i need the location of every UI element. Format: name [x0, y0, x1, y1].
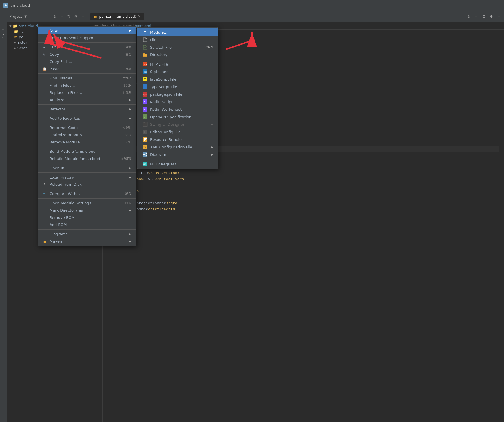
app-icon: A: [3, 3, 8, 8]
menu-item-maven[interactable]: m Maven ▶: [38, 238, 136, 245]
toolbar-list-btn[interactable]: ≡: [59, 14, 64, 19]
submenu-item-editorconfig[interactable]: ⚙ EditorConfig File: [137, 128, 218, 136]
submenu-item-diagram[interactable]: Diagram ▶: [137, 151, 218, 158]
submenu-item-bundle[interactable]: Resource Bundle: [137, 136, 218, 143]
menu-item-cut[interactable]: ✂ Cut ⌘X: [38, 43, 136, 51]
menu-label-analyze: Analyze: [50, 98, 64, 102]
submenu-item-file[interactable]: File: [137, 36, 218, 43]
submenu-divider-2: [137, 159, 218, 159]
split-tool-btn[interactable]: ⊟: [481, 14, 486, 19]
menu-item-optimize-imports[interactable]: Optimize Imports ^⌥O: [38, 131, 136, 139]
submenu-item-module[interactable]: Module...: [137, 28, 218, 36]
submenu-item-directory[interactable]: Directory: [137, 51, 218, 58]
menu-item-remove-bom[interactable]: Remove BOM: [38, 214, 136, 221]
menu-item-add-framework[interactable]: Add Framework Support...: [38, 34, 136, 41]
menu-label-refactor: Refactor: [50, 107, 65, 111]
svg-text:K: K: [144, 101, 145, 103]
list-tool-btn[interactable]: ≡: [474, 14, 479, 19]
submenu-item-openapi[interactable]: ✓ OpenAPI Specification: [137, 113, 218, 121]
tab-bar-tools: ⊕ ≡ ⊟ ⚙ −: [466, 14, 502, 19]
menu-item-paste[interactable]: 📋 Paste ⌘V: [38, 65, 136, 72]
title-bar-text: ams-cloud: [10, 3, 30, 8]
submenu-item-html[interactable]: <> HTML File: [137, 60, 218, 68]
menu-item-copy[interactable]: ⎘ Copy ⌘C: [38, 51, 136, 58]
svg-text:✓: ✓: [144, 116, 145, 119]
submenu-label-http: HTTP Request: [150, 162, 176, 166]
toolbar-globe-btn[interactable]: ⊕: [52, 14, 57, 19]
menu-item-find-in-files[interactable]: Find in Files... ⇧⌘F: [38, 82, 136, 89]
submenu-label-diagram: Diagram: [150, 152, 166, 157]
menu-item-add-favorites[interactable]: Add to Favorites ▶: [38, 115, 136, 122]
submenu-item-ts[interactable]: TS TypeScript File: [137, 83, 218, 90]
menu-item-add-bom[interactable]: Add BOM: [38, 221, 136, 228]
diagrams-icon: ⊞: [43, 232, 48, 236]
submenu-item-kotlin-worksheet[interactable]: K Kotlin Worksheet: [137, 106, 218, 113]
minimize-tool-btn[interactable]: −: [496, 14, 502, 19]
menu-label-local-history: Local History: [50, 175, 74, 179]
menu-divider-8: [38, 172, 136, 173]
svg-rect-22: [144, 138, 147, 139]
svg-text:<>: <>: [144, 63, 147, 66]
tree-arrow: ▼: [9, 24, 12, 28]
svg-rect-30: [146, 155, 147, 156]
submenu-item-swing[interactable]: ⬛ Swing UI Designer ▶: [137, 121, 218, 128]
menu-label-find-in-files: Find in Files...: [50, 83, 75, 88]
submenu-item-npm[interactable]: npm package.json File: [137, 90, 218, 98]
tab-pom-xml[interactable]: m pom.xml (ams-cloud) ✕: [90, 13, 144, 20]
menu-item-copy-path[interactable]: Copy Path...: [38, 58, 136, 65]
submenu-label-openapi: OpenAPI Specification: [150, 115, 191, 119]
svg-text:npm: npm: [143, 94, 147, 96]
submenu-item-css[interactable]: CSS Stylesheet: [137, 68, 218, 75]
menu-item-compare-with[interactable]: ✦ Compare With... ⌘D: [38, 190, 136, 197]
menu-item-mark-directory[interactable]: Mark Directory as ▶: [38, 207, 136, 214]
svg-rect-24: [144, 140, 145, 141]
diagrams-arrow: ▶: [129, 232, 131, 236]
menu-item-diagrams[interactable]: ⊞ Diagrams ▶: [38, 230, 136, 238]
menu-item-build-module[interactable]: Build Module 'ams-cloud': [38, 148, 136, 155]
submenu-label-html: HTML File: [150, 62, 168, 66]
svg-rect-23: [144, 139, 146, 140]
menu-label-paste: Paste: [50, 67, 60, 71]
menu-item-find-usages[interactable]: Find Usages ⌥F7: [38, 74, 136, 82]
menu-label-optimize-imports: Optimize Imports: [50, 133, 82, 137]
menu-item-remove-module[interactable]: Remove Module ⌫: [38, 139, 136, 146]
menu-item-open-in[interactable]: Open In ▶: [38, 164, 136, 172]
menu-divider-9: [38, 189, 136, 189]
menu-item-open-module-settings[interactable]: Open Module Settings ⌘↓: [38, 199, 136, 207]
editorconfig-icon: ⚙: [142, 130, 148, 134]
menu-divider-3: [38, 104, 136, 105]
menu-divider-5: [38, 123, 136, 123]
menu-item-refactor[interactable]: Refactor ▶: [38, 106, 136, 113]
menu-label-copy: Copy: [50, 52, 59, 57]
context-menu: New ▶ Module...: [38, 26, 136, 246]
submenu-new: Module... File: [137, 27, 218, 169]
project-tab-label[interactable]: Project: [1, 28, 5, 39]
menu-item-rebuild-module[interactable]: Rebuild Module 'ams-cloud' ⇧⌘F9: [38, 155, 136, 162]
menu-item-reload-from-disk[interactable]: ↺ Reload from Disk: [38, 181, 136, 188]
submenu-item-scratch[interactable]: Scratch File ⇧⌘N: [137, 43, 218, 51]
project-toolbar: Project ▼ ⊕ ≡ ⇅ ⚙ −: [7, 11, 88, 22]
history-arrow: ▶: [129, 175, 131, 179]
menu-item-local-history[interactable]: Local History ▶: [38, 174, 136, 181]
menu-item-replace-in-files[interactable]: Replace in Files... ⇧⌘R: [38, 89, 136, 96]
submenu-item-http[interactable]: API HTTP Request: [137, 160, 218, 168]
toolbar-sort-btn[interactable]: ⇅: [66, 14, 71, 19]
ts-icon: TS: [142, 84, 148, 89]
gear-tool-btn[interactable]: ⚙: [489, 14, 494, 19]
menu-item-new[interactable]: New ▶ Module...: [38, 27, 136, 34]
submenu-item-kotlin-script[interactable]: K Kotlin Script: [137, 98, 218, 106]
toolbar-gear-btn[interactable]: ⚙: [73, 14, 78, 19]
submenu-item-js[interactable]: JS JavaScript File: [137, 75, 218, 83]
menu-item-reformat[interactable]: Reformat Code ⌥⌘L: [38, 124, 136, 131]
globe-tool-btn[interactable]: ⊕: [466, 14, 471, 19]
submenu-label-module: Module...: [150, 30, 167, 34]
toolbar-dropdown-icon[interactable]: ▼: [24, 15, 27, 18]
tree-arrow: ▶: [14, 46, 16, 50]
menu-item-analyze[interactable]: Analyze ▶: [38, 96, 136, 103]
tab-close-btn[interactable]: ✕: [138, 14, 140, 18]
menu-label-find-usages: Find Usages: [50, 76, 72, 80]
file-icon: [142, 37, 148, 42]
submenu-item-xml-config[interactable]: XML XML Configuration File ▶: [137, 143, 218, 151]
maven-icon: m: [14, 35, 18, 39]
toolbar-minimize-btn[interactable]: −: [80, 14, 85, 19]
